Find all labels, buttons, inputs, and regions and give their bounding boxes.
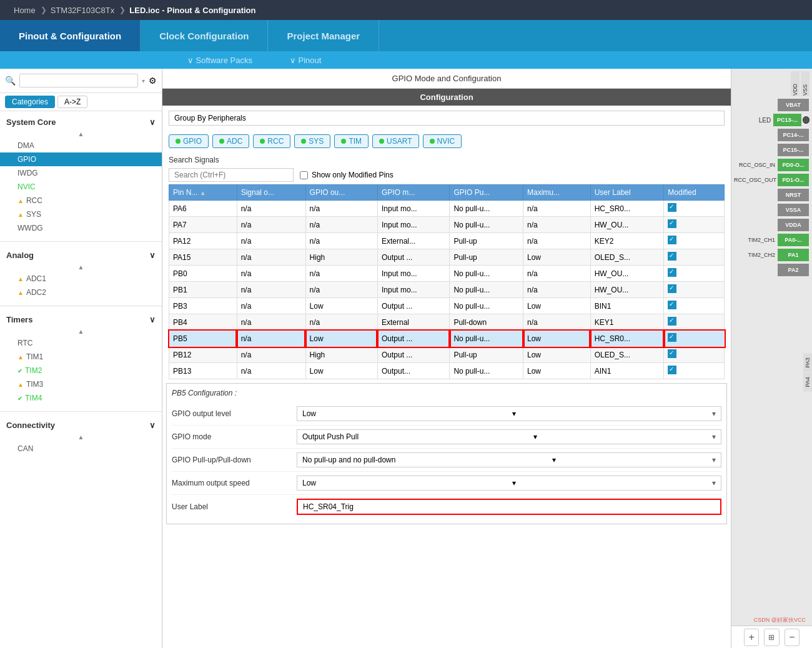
table-cell-modified[interactable] [664, 266, 725, 282]
pin-box-pa0[interactable]: PA0-... [778, 234, 809, 246]
breadcrumb-chip[interactable]: STM32F103C8Tx [43, 0, 122, 20]
ptab-adc[interactable]: ADC [212, 134, 249, 148]
tab-pinout[interactable]: Pinout & Configuration [0, 20, 141, 51]
sidebar-item-rtc[interactable]: RTC [0, 336, 162, 350]
sidebar-item-rcc[interactable]: ▲ RCC [0, 194, 162, 207]
scroll-up-timers[interactable]: ▲ [0, 327, 162, 336]
modified-checkbox[interactable] [668, 284, 676, 293]
sidebar-section-header-timers[interactable]: Timers ∨ [0, 312, 162, 327]
th-modified[interactable]: Modified [664, 185, 725, 201]
cat-tab-atoz[interactable]: A->Z [57, 96, 87, 108]
table-row[interactable]: PA7n/an/aInput mo...No pull-u...n/aHW_OU… [169, 217, 725, 233]
table-row[interactable]: PB3n/aLowOutput ...No pull-u...LowBIN1 [169, 298, 725, 314]
ptab-nvic[interactable]: NVIC [423, 134, 462, 148]
ptab-gpio[interactable]: GPIO [169, 134, 209, 148]
pin-box-pc13[interactable]: PC13-... [773, 114, 801, 126]
sidebar-item-tim3[interactable]: ▲ TIM3 [0, 377, 162, 391]
zoom-out-button[interactable]: − [785, 629, 800, 646]
ptab-rcc[interactable]: RCC [253, 134, 290, 148]
table-row[interactable]: PA15n/aHighOutput ...Pull-upLowOLED_S... [169, 249, 725, 266]
table-cell-modified[interactable] [664, 347, 725, 363]
cat-tab-categories[interactable]: Categories [5, 96, 55, 108]
sidebar-item-wwdg[interactable]: WWDG [0, 221, 162, 235]
th-gpio-pull[interactable]: GPIO Pu... [450, 185, 523, 201]
modified-checkbox[interactable] [668, 366, 676, 374]
sidebar-item-tim1[interactable]: ▲ TIM1 [0, 350, 162, 364]
modified-checkbox[interactable] [668, 317, 676, 326]
gear-icon[interactable]: ⚙ [149, 76, 157, 86]
show-modified-checkbox[interactable] [300, 171, 308, 179]
pin-box-nrst[interactable]: NRST [778, 189, 809, 201]
breadcrumb-current[interactable]: LED.ioc - Pinout & Configuration [122, 0, 263, 20]
table-cell-modified[interactable] [664, 282, 725, 298]
pin-box-vdda[interactable]: VDDA [778, 219, 809, 231]
tab-project-manager[interactable]: Project Manager [268, 20, 379, 51]
modified-checkbox[interactable] [668, 268, 676, 277]
breadcrumb-home[interactable]: Home [6, 0, 43, 20]
table-cell-modified[interactable] [664, 249, 725, 266]
sub-tab-pinout[interactable]: ∨ Pinout [271, 56, 340, 65]
pin-box-pa2[interactable]: PA2 [778, 264, 809, 276]
table-row[interactable]: PB13n/aLowOutput...No pull-u...LowAIN1 [169, 363, 725, 379]
table-row[interactable]: PB0n/an/aInput mo...No pull-u...n/aHW_OU… [169, 266, 725, 282]
pin-box-vssa[interactable]: VSSA [778, 204, 809, 216]
table-row[interactable]: PB1n/an/aInput mo...No pull-u...n/aHW_OU… [169, 282, 725, 298]
pin-box-pd1[interactable]: PD1-O... [778, 174, 809, 186]
modified-checkbox[interactable] [668, 301, 676, 309]
table-cell-modified[interactable] [664, 233, 725, 249]
pin-box-vbat[interactable]: VBAT [778, 99, 809, 111]
table-cell-modified[interactable] [664, 331, 725, 347]
ptab-usart[interactable]: USART [372, 134, 418, 148]
table-cell-modified[interactable] [664, 314, 725, 331]
user-label-input[interactable] [297, 499, 721, 515]
table-row[interactable]: PB12n/aHighOutput ...Pull-upLowOLED_S... [169, 347, 725, 363]
th-user-label[interactable]: User Label [590, 185, 664, 201]
scroll-up-system-core[interactable]: ▲ [0, 129, 162, 139]
ptab-tim[interactable]: TIM [334, 134, 369, 148]
modified-checkbox[interactable] [668, 333, 676, 342]
config-input-gpio-output-level[interactable]: Low ▾ [297, 406, 721, 421]
table-row[interactable]: PB5n/aLowOutput ...No pull-u...LowHC_SR0… [169, 331, 725, 347]
modified-checkbox[interactable] [668, 203, 676, 212]
signals-search-input[interactable] [169, 168, 294, 182]
sidebar-item-tim2[interactable]: ✔ TIM2 [0, 364, 162, 377]
sidebar-item-can[interactable]: CAN [0, 442, 162, 456]
th-signal[interactable]: Signal o... [237, 185, 305, 201]
scroll-up-connectivity[interactable]: ▲ [0, 432, 162, 442]
th-gpio-out[interactable]: GPIO ou... [305, 185, 377, 201]
fit-button[interactable]: ⊞ [764, 629, 779, 646]
sidebar-section-header-analog[interactable]: Analog ∨ [0, 248, 162, 262]
config-input-max-speed[interactable]: Low ▾ [297, 476, 721, 491]
sidebar-item-iwdg[interactable]: IWDG [0, 166, 162, 180]
table-cell-modified[interactable] [664, 363, 725, 379]
sidebar-item-adc1[interactable]: ▲ ADC1 [0, 272, 162, 286]
modified-checkbox[interactable] [668, 252, 676, 261]
sidebar-item-nvic[interactable]: NVIC [0, 180, 162, 194]
sidebar-section-header-system-core[interactable]: System Core ∨ [0, 115, 162, 129]
sidebar-item-dma[interactable]: DMA [0, 139, 162, 152]
pin-box-pa1[interactable]: PA1 [778, 249, 809, 261]
modified-checkbox[interactable] [668, 349, 676, 358]
tab-clock[interactable]: Clock Configuration [141, 20, 268, 51]
scroll-up-analog[interactable]: ▲ [0, 262, 162, 272]
sidebar-item-tim4[interactable]: ✔ TIM4 [0, 391, 162, 405]
search-input[interactable] [19, 74, 138, 87]
th-gpio-mode[interactable]: GPIO m... [377, 185, 449, 201]
modified-checkbox[interactable] [668, 236, 676, 244]
pin-box-pc15[interactable]: PC15-... [778, 144, 809, 156]
pin-box-pc14[interactable]: PC14-... [778, 129, 809, 141]
table-cell-modified[interactable] [664, 298, 725, 314]
config-input-gpio-pull[interactable]: No pull-up and no pull-down ▾ [297, 452, 721, 467]
config-input-gpio-mode[interactable]: Output Push Pull ▾ [297, 429, 721, 444]
th-max[interactable]: Maximu... [523, 185, 591, 201]
table-cell-modified[interactable] [664, 201, 725, 217]
modified-checkbox[interactable] [668, 219, 676, 228]
ptab-sys[interactable]: SYS [294, 134, 330, 148]
zoom-in-button[interactable]: + [744, 629, 759, 646]
sidebar-item-adc2[interactable]: ▲ ADC2 [0, 286, 162, 299]
table-cell-modified[interactable] [664, 217, 725, 233]
sidebar-item-sys[interactable]: ▲ SYS [0, 207, 162, 221]
table-row[interactable]: PA12n/an/aExternal...Pull-upn/aKEY2 [169, 233, 725, 249]
sub-tab-software-packs[interactable]: ∨ Software Packs [169, 56, 271, 65]
table-row[interactable]: PA6n/an/aInput mo...No pull-u...n/aHC_SR… [169, 201, 725, 217]
